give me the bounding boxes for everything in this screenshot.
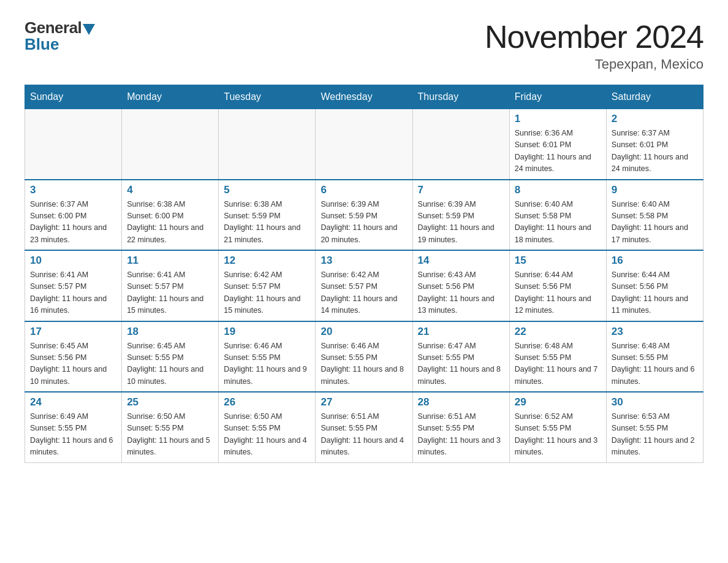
day-info: Sunrise: 6:43 AMSunset: 5:56 PMDaylight:… — [418, 269, 504, 317]
day-number: 11 — [127, 255, 213, 267]
day-info: Sunrise: 6:48 AMSunset: 5:55 PMDaylight:… — [515, 340, 601, 388]
day-number: 2 — [612, 113, 698, 125]
day-number: 17 — [30, 326, 116, 338]
day-number: 19 — [224, 326, 310, 338]
day-number: 26 — [224, 396, 310, 408]
day-info: Sunrise: 6:38 AMSunset: 5:59 PMDaylight:… — [224, 199, 310, 247]
day-info: Sunrise: 6:46 AMSunset: 5:55 PMDaylight:… — [224, 340, 310, 388]
logo-arrow-icon — [83, 24, 95, 35]
calendar-day-cell: 19Sunrise: 6:46 AMSunset: 5:55 PMDayligh… — [219, 321, 316, 393]
title-area: November 2024 Tepexpan, Mexico — [485, 18, 703, 72]
calendar-week-row: 3Sunrise: 6:37 AMSunset: 6:00 PMDaylight… — [25, 180, 703, 251]
day-number: 9 — [612, 184, 698, 196]
day-number: 15 — [515, 255, 601, 267]
day-number: 8 — [515, 184, 601, 196]
calendar-day-cell: 24Sunrise: 6:49 AMSunset: 5:55 PMDayligh… — [25, 392, 122, 462]
calendar-day-cell: 20Sunrise: 6:46 AMSunset: 5:55 PMDayligh… — [316, 321, 412, 393]
day-of-week-header: Saturday — [606, 85, 703, 109]
calendar-day-cell: 1Sunrise: 6:36 AMSunset: 6:01 PMDaylight… — [509, 109, 606, 180]
day-number: 18 — [127, 326, 213, 338]
day-number: 14 — [418, 255, 504, 267]
calendar-day-cell: 11Sunrise: 6:41 AMSunset: 5:57 PMDayligh… — [122, 250, 219, 321]
calendar-table: SundayMondayTuesdayWednesdayThursdayFrid… — [25, 85, 703, 463]
day-info: Sunrise: 6:40 AMSunset: 5:58 PMDaylight:… — [515, 199, 601, 247]
day-number: 24 — [30, 396, 116, 408]
calendar-day-cell: 10Sunrise: 6:41 AMSunset: 5:57 PMDayligh… — [25, 250, 122, 321]
calendar-day-cell — [122, 109, 219, 180]
calendar-day-cell: 16Sunrise: 6:44 AMSunset: 5:56 PMDayligh… — [606, 250, 703, 321]
day-info: Sunrise: 6:50 AMSunset: 5:55 PMDaylight:… — [224, 411, 310, 459]
day-info: Sunrise: 6:38 AMSunset: 6:00 PMDaylight:… — [127, 199, 213, 247]
calendar-day-cell: 6Sunrise: 6:39 AMSunset: 5:59 PMDaylight… — [316, 180, 412, 251]
day-info: Sunrise: 6:39 AMSunset: 5:59 PMDaylight:… — [418, 199, 504, 247]
day-info: Sunrise: 6:37 AMSunset: 6:01 PMDaylight:… — [612, 128, 698, 175]
calendar-day-cell: 13Sunrise: 6:42 AMSunset: 5:57 PMDayligh… — [316, 250, 412, 321]
calendar-day-cell: 30Sunrise: 6:53 AMSunset: 5:55 PMDayligh… — [606, 392, 703, 462]
day-of-week-header: Sunday — [25, 85, 122, 109]
calendar-day-cell: 4Sunrise: 6:38 AMSunset: 6:00 PMDaylight… — [122, 180, 219, 251]
day-number: 7 — [418, 184, 504, 196]
day-info: Sunrise: 6:44 AMSunset: 5:56 PMDaylight:… — [515, 269, 601, 317]
day-number: 3 — [30, 184, 116, 196]
day-of-week-header: Thursday — [412, 85, 509, 109]
day-info: Sunrise: 6:47 AMSunset: 5:55 PMDaylight:… — [418, 340, 504, 388]
calendar-day-cell: 28Sunrise: 6:51 AMSunset: 5:55 PMDayligh… — [412, 392, 509, 462]
calendar-day-cell: 3Sunrise: 6:37 AMSunset: 6:00 PMDaylight… — [25, 180, 122, 251]
day-number: 20 — [320, 326, 407, 338]
day-number: 27 — [320, 396, 407, 408]
calendar-day-cell: 2Sunrise: 6:37 AMSunset: 6:01 PMDaylight… — [606, 109, 703, 180]
day-number: 28 — [418, 396, 504, 408]
day-info: Sunrise: 6:51 AMSunset: 5:55 PMDaylight:… — [418, 411, 504, 459]
day-info: Sunrise: 6:39 AMSunset: 5:59 PMDaylight:… — [320, 199, 407, 247]
day-info: Sunrise: 6:45 AMSunset: 5:55 PMDaylight:… — [127, 340, 213, 388]
calendar-day-cell: 26Sunrise: 6:50 AMSunset: 5:55 PMDayligh… — [219, 392, 316, 462]
logo-blue-text: Blue — [25, 35, 59, 54]
day-info: Sunrise: 6:49 AMSunset: 5:55 PMDaylight:… — [30, 411, 116, 459]
calendar-day-cell: 25Sunrise: 6:50 AMSunset: 5:55 PMDayligh… — [122, 392, 219, 462]
calendar-day-cell: 8Sunrise: 6:40 AMSunset: 5:58 PMDaylight… — [509, 180, 606, 251]
calendar-day-cell: 22Sunrise: 6:48 AMSunset: 5:55 PMDayligh… — [509, 321, 606, 393]
day-info: Sunrise: 6:40 AMSunset: 5:58 PMDaylight:… — [612, 199, 698, 247]
day-of-week-header: Monday — [122, 85, 219, 109]
day-number: 4 — [127, 184, 213, 196]
day-info: Sunrise: 6:48 AMSunset: 5:55 PMDaylight:… — [612, 340, 698, 388]
day-info: Sunrise: 6:45 AMSunset: 5:56 PMDaylight:… — [30, 340, 116, 388]
day-info: Sunrise: 6:53 AMSunset: 5:55 PMDaylight:… — [612, 411, 698, 459]
day-info: Sunrise: 6:42 AMSunset: 5:57 PMDaylight:… — [320, 269, 407, 317]
calendar-week-row: 1Sunrise: 6:36 AMSunset: 6:01 PMDaylight… — [25, 109, 703, 180]
logo: General Blue — [25, 18, 95, 54]
day-number: 30 — [612, 396, 698, 408]
calendar-day-cell — [219, 109, 316, 180]
calendar-day-cell — [316, 109, 412, 180]
calendar-day-cell: 23Sunrise: 6:48 AMSunset: 5:55 PMDayligh… — [606, 321, 703, 393]
month-title: November 2024 — [485, 18, 703, 55]
location: Tepexpan, Mexico — [485, 56, 703, 72]
day-number: 6 — [320, 184, 407, 196]
calendar-day-cell: 21Sunrise: 6:47 AMSunset: 5:55 PMDayligh… — [412, 321, 509, 393]
day-number: 12 — [224, 255, 310, 267]
day-info: Sunrise: 6:41 AMSunset: 5:57 PMDaylight:… — [30, 269, 116, 317]
day-info: Sunrise: 6:51 AMSunset: 5:55 PMDaylight:… — [320, 411, 407, 459]
day-number: 22 — [515, 326, 601, 338]
calendar-day-cell — [25, 109, 122, 180]
day-info: Sunrise: 6:44 AMSunset: 5:56 PMDaylight:… — [612, 269, 698, 317]
calendar-day-cell: 9Sunrise: 6:40 AMSunset: 5:58 PMDaylight… — [606, 180, 703, 251]
day-info: Sunrise: 6:46 AMSunset: 5:55 PMDaylight:… — [320, 340, 407, 388]
header: General Blue November 2024 Tepexpan, Mex… — [25, 18, 703, 72]
calendar-day-cell — [412, 109, 509, 180]
day-of-week-header: Tuesday — [219, 85, 316, 109]
day-number: 23 — [612, 326, 698, 338]
day-info: Sunrise: 6:50 AMSunset: 5:55 PMDaylight:… — [127, 411, 213, 459]
day-number: 10 — [30, 255, 116, 267]
calendar-week-row: 10Sunrise: 6:41 AMSunset: 5:57 PMDayligh… — [25, 250, 703, 321]
day-of-week-header: Wednesday — [316, 85, 412, 109]
day-info: Sunrise: 6:42 AMSunset: 5:57 PMDaylight:… — [224, 269, 310, 317]
day-info: Sunrise: 6:37 AMSunset: 6:00 PMDaylight:… — [30, 199, 116, 247]
calendar-week-row: 24Sunrise: 6:49 AMSunset: 5:55 PMDayligh… — [25, 392, 703, 462]
calendar-week-row: 17Sunrise: 6:45 AMSunset: 5:56 PMDayligh… — [25, 321, 703, 393]
calendar-day-cell: 7Sunrise: 6:39 AMSunset: 5:59 PMDaylight… — [412, 180, 509, 251]
calendar-day-cell: 27Sunrise: 6:51 AMSunset: 5:55 PMDayligh… — [316, 392, 412, 462]
calendar-day-cell: 18Sunrise: 6:45 AMSunset: 5:55 PMDayligh… — [122, 321, 219, 393]
calendar-day-cell: 14Sunrise: 6:43 AMSunset: 5:56 PMDayligh… — [412, 250, 509, 321]
calendar-day-cell: 29Sunrise: 6:52 AMSunset: 5:55 PMDayligh… — [509, 392, 606, 462]
